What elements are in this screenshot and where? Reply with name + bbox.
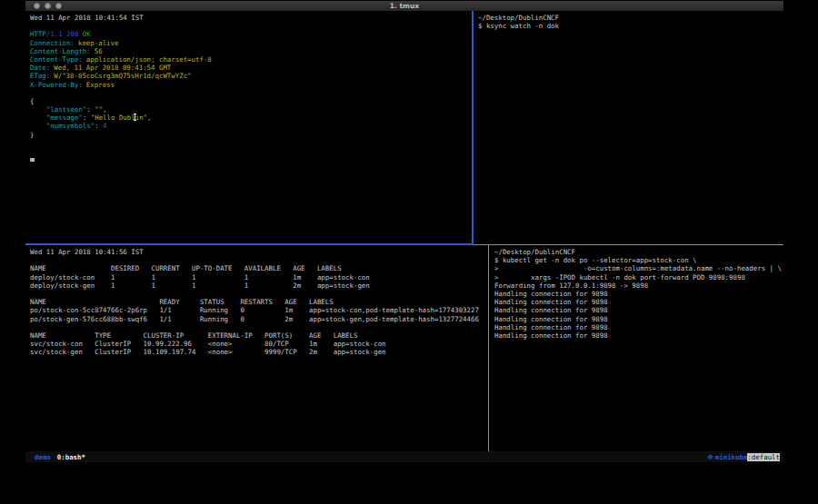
minimize-window-icon[interactable]: [45, 3, 51, 9]
kube-namespace: :default: [747, 453, 780, 461]
http-headers: Connection:keep-aliveContent-Length:56Co…: [30, 39, 476, 89]
table-row: po/stock-gen-576cc688bb-swqf6 1/1 Runnin…: [30, 315, 493, 323]
port-forward-output: ~/Desktop/DublinCNCF$ kubectl get -n dok…: [494, 248, 783, 340]
traffic-lights: [34, 3, 62, 9]
header-name: Content-Length:: [30, 47, 91, 55]
blank-line: [30, 147, 476, 155]
session-name: demo: [35, 453, 51, 461]
terminal-line: Handling connection for 9898: [494, 298, 783, 306]
table-row: svc/stock-con ClusterIP 10.99.222.96 <no…: [30, 340, 493, 348]
close-window-icon[interactable]: [34, 3, 40, 9]
pane-port-forward[interactable]: ~/Desktop/DublinCNCF$ kubectl get -n dok…: [490, 245, 783, 451]
blank-line: [30, 256, 493, 264]
http-status-line: HTTP/1.1 200 OK: [30, 30, 476, 38]
terminal-line: Handling connection for 9898: [494, 306, 783, 314]
prompt-line: [30, 155, 476, 163]
pane-http-response[interactable]: Wed 11 Apr 2018 10:41:54 IST HTTP/1.1 20…: [25, 11, 476, 246]
json-key: "numsymbols": [30, 122, 95, 130]
terminal-line: Handling connection for 9898: [494, 323, 783, 331]
json-open-brace: {: [30, 97, 476, 105]
json-entry-line: "numsymbols": 4: [30, 122, 476, 130]
pane-divider-horizontal-right[interactable]: [474, 244, 783, 245]
blank-line: [30, 139, 476, 147]
table-row: svc/stock-gen ClusterIP 10.109.197.74 <n…: [30, 348, 493, 356]
http-reason: OK: [83, 30, 91, 38]
table-row: po/stock-con-5cc874766c-2p6rp 1/1 Runnin…: [30, 306, 493, 314]
json-key: "lastseen": [30, 105, 86, 114]
terminal-cursor: [30, 158, 35, 162]
json-close-brace: }: [30, 131, 476, 139]
http-header-line: Content-Length:56: [30, 47, 476, 55]
json-value: "",: [95, 105, 106, 114]
blank-line: [30, 22, 476, 30]
window-title: 1. tmux: [25, 2, 783, 10]
status-right: ☸minikube:default: [707, 453, 780, 461]
terminal-line: > -o=custom-columns=:metadata.name --no-…: [494, 264, 783, 272]
json-separator: :: [86, 105, 95, 114]
window-tab[interactable]: 0:bash*: [57, 453, 85, 461]
zoom-window-icon[interactable]: [55, 3, 62, 9]
terminal-line: Handling connection for 9898: [494, 331, 783, 340]
terminal-line: Forwarding from 127.0.0.1:9898 -> 9898: [494, 282, 783, 290]
header-value: 56: [95, 47, 103, 55]
terminal-line: ~/Desktop/DublinCNCF: [478, 14, 783, 22]
header-value: Wed, 11 Apr 2018 09:41:54 GMT: [54, 64, 171, 72]
terminal-line: Handling connection for 9898: [494, 290, 783, 298]
http-header-line: X-Powered-By:Express: [30, 81, 476, 89]
kube-context: minikube: [715, 453, 748, 461]
status-left: demo0:bash*: [35, 453, 85, 461]
header-name: Date:: [30, 64, 50, 72]
pane-ksync[interactable]: ~/Desktop/DublinCNCF$ ksync watch -n dok: [474, 11, 783, 246]
http-header-line: Date:Wed, 11 Apr 2018 09:41:54 GMT: [30, 64, 476, 72]
json-value: 4: [103, 122, 106, 130]
pane-divider-horizontal-left[interactable]: [25, 243, 472, 245]
header-value: application/json; charset=utf-8: [86, 55, 212, 64]
pane-divider-vertical-top[interactable]: [472, 11, 474, 245]
http-header-line: ETag:W/"38-05coCsrg3mQ75sHr1d/qcWTwYZc": [30, 72, 476, 80]
pane-divider-vertical-bottom[interactable]: [488, 245, 489, 451]
tmux-panes: Wed 11 Apr 2018 10:41:54 IST HTTP/1.1 20…: [25, 11, 783, 451]
http-header-line: Content-Type:application/json; charset=u…: [30, 55, 476, 64]
blank-line: [30, 290, 493, 298]
mouse-cursor: [135, 114, 135, 121]
pane-kubectl-resources[interactable]: Wed 11 Apr 2018 10:41:56 IST NAME DESIRE…: [25, 245, 493, 451]
pods-table: NAME READY STATUS RESTARTS AGE LABELSpo/…: [30, 298, 493, 323]
tmux-status-bar: demo0:bash* ☸minikube:default: [25, 451, 783, 462]
http-proto: HTTP: [30, 30, 46, 38]
http-header-line: Connection:keep-alive: [30, 39, 476, 47]
json-body: "lastseen": "", "message": "Hello Dublin…: [30, 105, 476, 131]
header-name: Connection:: [30, 39, 75, 47]
terminal-window: 1. tmux Wed 11 Apr 2018 10:41:54 IST HTT…: [25, 1, 783, 462]
timestamp-line: Wed 11 Apr 2018 10:41:56 IST: [30, 248, 493, 256]
blank-line: [30, 323, 493, 331]
timestamp-line: Wed 11 Apr 2018 10:41:54 IST: [30, 14, 476, 22]
header-name: Content-Type:: [30, 55, 83, 64]
terminal-line: > xargs -IPOD kubectl -n dok port-forwar…: [494, 273, 783, 282]
json-separator: :: [83, 114, 91, 122]
titlebar[interactable]: 1. tmux: [25, 1, 783, 11]
services-table: NAME TYPE CLUSTER-IP EXTERNAL-IP PORT(S)…: [30, 331, 493, 357]
header-value: W/"38-05coCsrg3mQ75sHr1d/qcWTwYZc": [54, 72, 191, 80]
http-version-code: /1.1 200: [46, 30, 83, 38]
blank-line: [30, 89, 476, 97]
table-row: deploy/stock-gen 1 1 1 1 2m app=stock-ge…: [30, 282, 493, 290]
table-row: NAME DESIRED CURRENT UP-TO-DATE AVAILABL…: [30, 264, 493, 272]
kubernetes-helm-icon: ☸: [707, 453, 713, 461]
json-separator: :: [95, 122, 103, 130]
terminal-line: ~/Desktop/DublinCNCF: [494, 248, 783, 256]
header-value: Express: [86, 81, 115, 89]
table-row: NAME TYPE CLUSTER-IP EXTERNAL-IP PORT(S)…: [30, 331, 493, 340]
header-name: X-Powered-By:: [30, 81, 83, 89]
terminal-line: $ ksync watch -n dok: [478, 22, 783, 30]
json-entry-line: "lastseen": "",: [30, 105, 476, 114]
deployments-table: NAME DESIRED CURRENT UP-TO-DATE AVAILABL…: [30, 264, 493, 290]
json-value: "Hello Dublin",: [91, 114, 152, 122]
header-name: ETag:: [30, 72, 50, 80]
json-entry-line: "message": "Hello Dublin",: [30, 114, 476, 122]
json-key: "message": [30, 114, 83, 122]
ksync-output: ~/Desktop/DublinCNCF$ ksync watch -n dok: [478, 14, 783, 30]
table-row: deploy/stock-con 1 1 1 1 1m app=stock-co…: [30, 273, 493, 282]
table-row: NAME READY STATUS RESTARTS AGE LABELS: [30, 298, 493, 306]
terminal-line: Handling connection for 9898: [494, 315, 783, 323]
terminal-line: $ kubectl get -n dok po --selector=app=s…: [494, 256, 783, 264]
